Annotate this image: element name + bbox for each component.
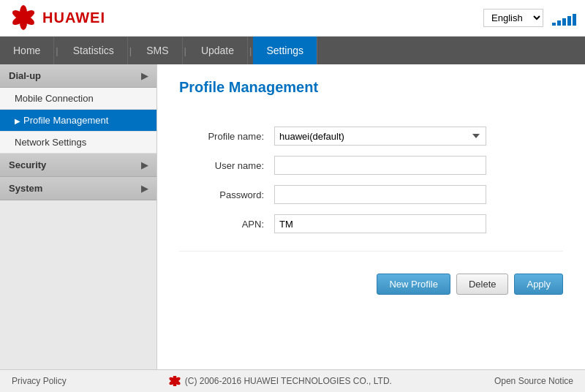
- privacy-policy-link[interactable]: Privacy Policy: [12, 376, 67, 386]
- signal-bar-5: [573, 14, 576, 26]
- profile-name-label: Profile name:: [179, 131, 274, 142]
- brand-name: HUAWEI: [42, 10, 105, 26]
- signal-bar-3: [562, 18, 566, 26]
- footer-center: (C) 2006-2016 HUAWEI TECHNOLOGIES CO., L…: [169, 376, 392, 386]
- footer-logo-icon: [169, 376, 181, 386]
- nav-settings[interactable]: Settings: [253, 37, 317, 64]
- profile-name-row: Profile name: huawei(default): [179, 127, 563, 146]
- sidebar-section-system[interactable]: System ▶: [0, 177, 156, 200]
- nav-bar: Home | Statistics | SMS | Update | Setti…: [0, 37, 585, 64]
- username-row: User name:: [179, 156, 563, 175]
- top-right: English Chinese: [483, 9, 576, 27]
- password-row: Password:: [179, 185, 563, 204]
- language-select[interactable]: English Chinese: [483, 9, 543, 27]
- nav-statistics[interactable]: Statistics: [60, 37, 128, 64]
- main-content: Dial-up ▶ Mobile Connection Profile Mana…: [0, 64, 585, 369]
- sidebar-section-security[interactable]: Security ▶: [0, 154, 156, 177]
- username-label: User name:: [179, 160, 274, 171]
- username-input[interactable]: [274, 156, 486, 175]
- huawei-logo: HUAWEI: [9, 5, 105, 31]
- sidebar-section-security-label: Security: [9, 159, 46, 170]
- open-source-link[interactable]: Open Source Notice: [494, 376, 573, 386]
- password-label: Password:: [179, 189, 274, 200]
- footer-copyright: (C) 2006-2016 HUAWEI TECHNOLOGIES CO., L…: [185, 376, 392, 386]
- page-title: Profile Management: [179, 79, 563, 102]
- huawei-logo-icon: [9, 5, 38, 31]
- sidebar-item-network-settings[interactable]: Network Settings: [0, 132, 156, 154]
- apn-label: APN:: [179, 219, 274, 230]
- new-profile-button[interactable]: New Profile: [377, 274, 450, 295]
- content-area: Profile Management Profile name: huawei(…: [157, 64, 585, 369]
- apply-button[interactable]: Apply: [514, 274, 563, 295]
- signal-indicator: [552, 11, 576, 26]
- signal-bar-4: [567, 16, 571, 26]
- nav-home[interactable]: Home: [0, 37, 54, 64]
- nav-update[interactable]: Update: [188, 37, 248, 64]
- profile-name-select[interactable]: huawei(default): [274, 127, 486, 146]
- sidebar-item-mobile-connection[interactable]: Mobile Connection: [0, 88, 156, 110]
- button-row: New Profile Delete Apply: [179, 266, 563, 295]
- logo-area: HUAWEI: [9, 5, 105, 31]
- sidebar: Dial-up ▶ Mobile Connection Profile Mana…: [0, 64, 157, 369]
- sidebar-section-security-arrow: ▶: [141, 160, 148, 170]
- sidebar-section-system-label: System: [9, 183, 42, 194]
- sidebar-section-system-arrow: ▶: [141, 184, 148, 194]
- footer: Privacy Policy (C) 2006-2016 HUAWEI TECH…: [0, 369, 585, 392]
- apn-input[interactable]: [274, 214, 486, 233]
- signal-bar-2: [557, 20, 561, 26]
- delete-button[interactable]: Delete: [456, 274, 509, 295]
- sidebar-section-dial-up[interactable]: Dial-up ▶: [0, 64, 156, 88]
- sidebar-section-dial-up-label: Dial-up: [9, 70, 41, 81]
- signal-bar-1: [552, 23, 556, 26]
- nav-sms[interactable]: SMS: [133, 37, 182, 64]
- sidebar-item-profile-management[interactable]: Profile Management: [0, 110, 156, 132]
- apn-row: APN:: [179, 214, 563, 233]
- form-section: Profile name: huawei(default) User name:…: [179, 119, 563, 252]
- password-input[interactable]: [274, 185, 486, 204]
- sidebar-section-dial-up-arrow: ▶: [141, 71, 148, 81]
- top-bar: HUAWEI English Chinese: [0, 0, 585, 37]
